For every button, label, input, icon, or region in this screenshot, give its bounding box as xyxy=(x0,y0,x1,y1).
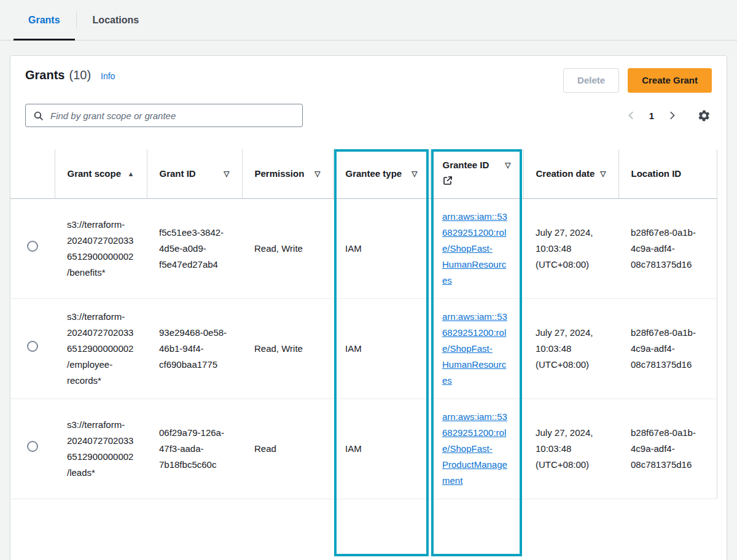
column-header-grant-id[interactable]: Grant ID ▽ xyxy=(147,149,242,199)
grantee-id-link[interactable]: arn:aws:iam::536829251200:role/ShopFast-… xyxy=(442,311,507,386)
cell-grant-scope: s3://terraform-2024072702033651290000000… xyxy=(55,199,147,299)
cell-select xyxy=(10,199,55,299)
row-radio[interactable] xyxy=(27,441,38,452)
page-title: Grants xyxy=(25,68,64,82)
grantee-id-link[interactable]: arn:aws:iam::536829251200:role/ShopFast-… xyxy=(442,211,507,286)
cell-permission: Read xyxy=(242,399,333,499)
create-grant-button[interactable]: Create Grant xyxy=(628,68,712,93)
creation-date-text: July 27, 2024, 10:03:48 (UTC+08:00) xyxy=(536,325,596,373)
sort-ascending-icon: ▲ xyxy=(128,168,135,180)
cell-grant-id: f5c51ee3-3842-4d5e-a0d9-f5e47ed27ab4 xyxy=(147,199,242,299)
cell-select xyxy=(10,399,55,499)
column-label-permission: Permission xyxy=(255,168,311,180)
grants-count: (10) xyxy=(69,68,91,82)
toolbar-right: 1 xyxy=(623,107,712,123)
chevron-left-icon xyxy=(627,111,636,120)
column-label-grantee-type: Grantee type xyxy=(346,168,408,180)
delete-button[interactable]: Delete xyxy=(563,68,619,93)
pagination: 1 xyxy=(623,107,680,123)
creation-date-text: July 27, 2024, 10:03:48 (UTC+08:00) xyxy=(536,225,596,273)
cell-grant-scope: s3://terraform-2024072702033651290000000… xyxy=(55,399,147,499)
gear-icon xyxy=(698,109,711,122)
column-label-grant-id: Grant ID xyxy=(160,168,220,180)
tab-grants-label: Grants xyxy=(28,15,60,26)
cell-location-id: b28f67e8-0a1b-4c9a-adf4-08c781375d16 xyxy=(618,399,717,499)
creation-date-text: July 27, 2024, 10:03:48 (UTC+08:00) xyxy=(536,425,596,473)
tab-grants[interactable]: Grants xyxy=(12,0,76,40)
cell-grant-scope: s3://terraform-2024072702033651290000000… xyxy=(55,299,147,399)
column-header-permission[interactable]: Permission ▽ xyxy=(242,149,333,199)
tab-bar: Grants Locations xyxy=(0,0,737,41)
column-label-location-id: Location ID xyxy=(631,168,704,180)
cell-creation-date: July 27, 2024, 10:03:48 (UTC+08:00) xyxy=(523,199,618,299)
table-row: s3://terraform-2024072702033651290000000… xyxy=(10,299,717,399)
sortable-icon: ▽ xyxy=(224,168,229,180)
column-header-grantee-type[interactable]: Grantee type ▽ xyxy=(333,149,430,199)
cell-grant-id: 06f29a79-126a-47f3-aada-7b18fbc5c60c xyxy=(147,399,242,499)
cell-select xyxy=(10,299,55,399)
sortable-icon: ▽ xyxy=(411,168,417,180)
column-label-grantee-id: Grantee ID xyxy=(443,159,502,171)
cell-location-id: b28f67e8-0a1b-4c9a-adf4-08c781375d16 xyxy=(618,199,717,299)
column-label-creation-date: Creation date xyxy=(536,168,597,180)
column-header-grant-scope[interactable]: Grant scope ▲ xyxy=(55,149,147,199)
panel-header: Grants (10) Info Delete Create Grant xyxy=(10,56,727,93)
cell-location-id: b28f67e8-0a1b-4c9a-adf4-08c781375d16 xyxy=(618,299,717,399)
external-link-icon xyxy=(443,176,511,189)
sortable-icon: ▽ xyxy=(314,168,320,180)
cell-creation-date: July 27, 2024, 10:03:48 (UTC+08:00) xyxy=(523,299,618,399)
row-radio[interactable] xyxy=(27,341,38,352)
cell-grantee-type: IAM xyxy=(333,199,430,299)
cell-grantee-type: IAM xyxy=(333,399,430,499)
table-row: s3://terraform-2024072702033651290000000… xyxy=(10,199,717,299)
title-group: Grants (10) Info xyxy=(25,68,115,82)
cell-grantee-type: IAM xyxy=(333,299,430,399)
cell-creation-date: July 27, 2024, 10:03:48 (UTC+08:00) xyxy=(523,399,618,499)
sortable-icon: ▽ xyxy=(600,168,606,180)
search-box xyxy=(25,104,303,127)
table-row: s3://terraform-2024072702033651290000000… xyxy=(10,399,717,499)
chevron-right-icon xyxy=(668,111,676,120)
tab-locations[interactable]: Locations xyxy=(77,0,155,40)
toolbar: 1 xyxy=(10,93,727,141)
table-header-row: Grant scope ▲ Grant ID ▽ Permission ▽ xyxy=(10,149,717,199)
actions: Delete Create Grant xyxy=(563,68,712,93)
info-link[interactable]: Info xyxy=(101,71,115,81)
column-header-grantee-id[interactable]: Grantee ID ▽ xyxy=(430,149,523,199)
previous-page-button[interactable] xyxy=(623,107,639,123)
grants-table: Grant scope ▲ Grant ID ▽ Permission ▽ xyxy=(10,149,717,499)
cell-grantee-id: arn:aws:iam::536829251200:role/ShopFast-… xyxy=(430,399,523,499)
next-page-button[interactable] xyxy=(664,107,680,123)
settings-button[interactable] xyxy=(696,107,712,123)
select-column-header xyxy=(10,149,55,199)
cell-permission: Read, Write xyxy=(242,299,333,399)
column-header-location-id[interactable]: Location ID xyxy=(618,149,717,199)
search-input[interactable] xyxy=(49,110,295,122)
column-label-grant-scope: Grant scope xyxy=(68,168,124,180)
grants-panel: Grants (10) Info Delete Create Grant xyxy=(10,55,727,560)
row-radio[interactable] xyxy=(27,241,38,252)
search-icon xyxy=(33,111,44,121)
cell-grant-id: 93e29468-0e58-46b1-94f4-cf690baa1775 xyxy=(147,299,242,399)
column-header-creation-date[interactable]: Creation date ▽ xyxy=(523,149,618,199)
cell-permission: Read, Write xyxy=(242,199,333,299)
grantee-id-link[interactable]: arn:aws:iam::536829251200:role/ShopFast-… xyxy=(442,411,507,486)
cell-grantee-id: arn:aws:iam::536829251200:role/ShopFast-… xyxy=(430,199,523,299)
tab-locations-label: Locations xyxy=(93,15,139,26)
current-page[interactable]: 1 xyxy=(649,111,654,121)
cell-grantee-id: arn:aws:iam::536829251200:role/ShopFast-… xyxy=(430,299,523,399)
sortable-icon: ▽ xyxy=(505,159,510,171)
